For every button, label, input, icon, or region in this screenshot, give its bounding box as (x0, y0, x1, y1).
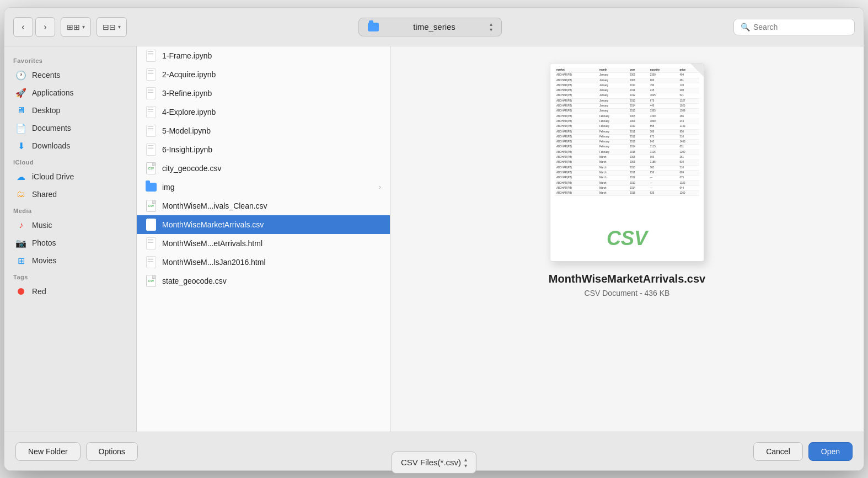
sidebar-item-recents[interactable]: 🕐 Recents (7, 66, 134, 84)
file-name: img (162, 183, 373, 192)
file-name: 6-Insight.ipynb (162, 145, 381, 154)
file-item[interactable]: MonthWiseM...etArrivals.html (137, 234, 390, 253)
red-tag-icon (15, 286, 26, 297)
sidebar-item-label: Movies (32, 256, 56, 265)
file-name: 3-Refine.ipynb (162, 89, 381, 98)
sidebar-item-label: Shared (32, 190, 57, 199)
file-item[interactable]: CSV state_geocode.csv (137, 272, 390, 290)
search-input[interactable] (753, 23, 842, 31)
location-bar: time_series ▴ ▾ (132, 18, 728, 36)
html-icon (146, 256, 156, 268)
location-pill[interactable]: time_series ▴ ▾ (358, 18, 502, 36)
file-preview: marketmonthyearquantitypriceABOHAR(PB)Ja… (550, 63, 704, 262)
file-name: city_geocode.csv (162, 164, 381, 173)
sidebar-item-photos[interactable]: 📷 Photos (7, 234, 134, 252)
back-button[interactable]: ‹ (13, 17, 33, 37)
view-grid-button[interactable]: ⊟⊟ ▾ (97, 17, 127, 37)
file-item[interactable]: 5-Model.ipynb (137, 121, 390, 140)
sidebar-item-label: Photos (32, 238, 56, 247)
sidebar-section-media: Media (4, 203, 136, 216)
file-icon (146, 144, 157, 155)
sidebar-item-downloads[interactable]: ⬇ Downloads (7, 137, 134, 155)
csv-icon: CSV (146, 219, 156, 231)
options-button[interactable]: Options (86, 442, 138, 461)
columns-icon: ⊞⊞ (67, 23, 80, 31)
sidebar-item-red-tag[interactable]: Red (7, 283, 134, 300)
file-icon: CSV (146, 163, 157, 174)
file-item[interactable]: 6-Insight.ipynb (137, 140, 390, 159)
filter-label: CSV Files(*.csv) (401, 458, 461, 467)
file-icon: CSV (146, 275, 157, 286)
file-item[interactable]: CSV MonthWiseM...ivals_Clean.csv (137, 196, 390, 215)
toolbar: ‹ › ⊞⊞ ▾ ⊟⊟ ▾ time_series ▴ ▾ 🔍 (4, 8, 864, 46)
file-icon (146, 50, 157, 61)
sidebar-item-music[interactable]: ♪ Music (7, 216, 134, 234)
movies-icon: ⊞ (15, 255, 26, 266)
file-icon (146, 88, 157, 99)
file-icon (146, 107, 157, 118)
new-folder-button[interactable]: New Folder (15, 442, 81, 461)
music-icon: ♪ (15, 220, 26, 231)
sidebar-item-label: Red (32, 287, 46, 296)
file-icon (146, 182, 157, 193)
cancel-button[interactable]: Cancel (753, 442, 803, 461)
sidebar-item-label: Desktop (32, 106, 60, 115)
filter-dropdown[interactable]: CSV Files(*.csv) ▴▾ (392, 452, 476, 471)
notebook-icon (146, 87, 156, 99)
file-item[interactable]: MonthWiseM...lsJan2016.html (137, 253, 390, 272)
open-button[interactable]: Open (808, 442, 853, 461)
file-item[interactable]: 2-Acquire.ipynb (137, 65, 390, 84)
sidebar-item-label: iCloud Drive (32, 172, 74, 181)
file-item[interactable]: img › (137, 178, 390, 196)
preview-fileinfo: CSV Document - 436 KB (585, 289, 670, 298)
notebook-icon (146, 50, 156, 62)
file-icon (146, 69, 157, 80)
chevron-down-icon: ▾ (82, 24, 85, 30)
disclosure-arrow: › (379, 183, 381, 191)
sidebar-item-shared[interactable]: 🗂 Shared (7, 185, 134, 203)
icloud-drive-icon: ☁ (15, 171, 26, 182)
sidebar: Favorites 🕐 Recents 🚀 Applications 🖥 Des… (4, 46, 137, 432)
sidebar-item-label: Music (32, 221, 52, 230)
file-item[interactable]: 1-Frame.ipynb (137, 46, 390, 65)
sidebar-item-desktop[interactable]: 🖥 Desktop (7, 102, 134, 119)
sidebar-item-applications[interactable]: 🚀 Applications (7, 84, 134, 102)
notebook-icon (146, 125, 156, 137)
search-bar[interactable]: 🔍 (733, 19, 855, 35)
documents-icon: 📄 (15, 123, 26, 134)
location-arrows: ▴ ▾ (490, 22, 492, 33)
view-columns-button[interactable]: ⊞⊞ ▾ (61, 17, 91, 37)
file-name: 1-Frame.ipynb (162, 51, 381, 60)
sidebar-item-documents[interactable]: 📄 Documents (7, 119, 134, 137)
file-item[interactable]: CSV MonthWiseMarketArrivals.csv (137, 215, 390, 234)
forward-button[interactable]: › (35, 17, 55, 37)
bottom-bar: New Folder Options CSV Files(*.csv) ▴▾ C… (4, 432, 864, 470)
main-area: Favorites 🕐 Recents 🚀 Applications 🖥 Des… (4, 46, 864, 432)
preview-pane: marketmonthyearquantitypriceABOHAR(PB)Ja… (390, 46, 864, 432)
sidebar-item-icloud-drive[interactable]: ☁ iCloud Drive (7, 168, 134, 185)
applications-icon: 🚀 (15, 87, 26, 98)
file-icon: CSV (146, 200, 157, 211)
file-name: MonthWiseMarketArrivals.csv (162, 220, 381, 229)
csv-icon: CSV (146, 275, 156, 287)
csv-watermark: CSV (607, 227, 647, 250)
file-dialog: ‹ › ⊞⊞ ▾ ⊟⊟ ▾ time_series ▴ ▾ 🔍 (4, 7, 864, 471)
grid-icon: ⊟⊟ (103, 23, 116, 31)
file-name: 2-Acquire.ipynb (162, 70, 381, 79)
preview-table: marketmonthyearquantitypriceABOHAR(PB)Ja… (555, 68, 699, 196)
downloads-icon: ⬇ (15, 140, 26, 151)
file-item[interactable]: 4-Explore.ipynb (137, 103, 390, 121)
shared-icon: 🗂 (15, 189, 26, 200)
sidebar-item-label: Recents (32, 71, 60, 79)
desktop-icon: 🖥 (15, 105, 26, 116)
file-name: MonthWiseM...etArrivals.html (162, 239, 381, 248)
file-item[interactable]: CSV city_geocode.csv (137, 159, 390, 178)
bottom-left: New Folder Options (15, 442, 138, 461)
sidebar-item-movies[interactable]: ⊞ Movies (7, 252, 134, 269)
file-item[interactable]: 3-Refine.ipynb (137, 84, 390, 103)
photos-icon: 📷 (15, 237, 26, 248)
file-icon (146, 125, 157, 136)
file-icon (146, 238, 157, 249)
file-name: 4-Explore.ipynb (162, 108, 381, 116)
folder-icon (146, 183, 157, 192)
